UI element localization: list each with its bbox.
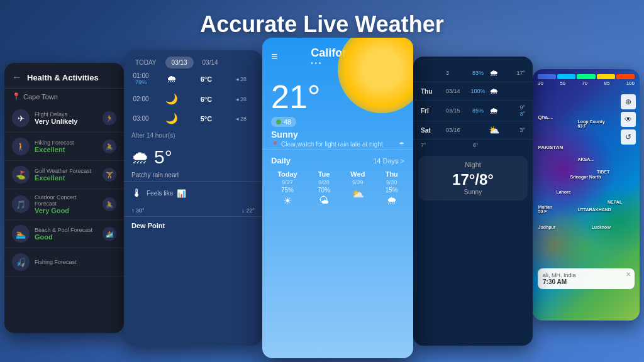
map-label-jodhpur: Jodhpur [538, 225, 556, 229]
feels-row: 🌡 Feels like 📊 [124, 181, 262, 205]
weekly-row-2: Thu 03/14 100% 🌧 [413, 82, 533, 101]
map-popup-time: 7:30 AM [543, 278, 630, 285]
weekly-row-3: Fri 03/15 85% 🌧 9°3° [413, 101, 533, 121]
activity-value-4: Good [35, 233, 97, 241]
hourly-time-1: 02:00 [129, 96, 153, 102]
map-popup-city: ali, MH, India [543, 272, 630, 278]
daily-col-wed: Wed9/29 ⛅ [350, 170, 365, 209]
hourly-icon-2: 🌙 [155, 112, 187, 124]
map-popup-close-btn[interactable]: ✕ [626, 271, 631, 278]
health-location: 📍 Cape Town [4, 89, 124, 104]
activity-label-5: Fishing Forecast [35, 259, 116, 265]
hourly-row-2: 03:00 🌙 5°C ◂ 28 [124, 109, 262, 128]
feels-temps: ↑ 30°↓ 22° [124, 205, 262, 216]
activity-list: ✈ Flight Delays Very Unlikely 🏃 🚶 Hiking… [4, 104, 124, 277]
weekly-header [413, 57, 533, 64]
map-legend [538, 74, 635, 79]
activity-side-icon-0: 🏃 [103, 111, 116, 125]
daily-label: Daily [271, 156, 291, 165]
map-label-aksa: AKSA... [577, 157, 594, 162]
activity-value-0: Very Unlikely [35, 118, 97, 125]
daily-header: Daily 14 Days > [262, 149, 413, 168]
activity-item-4: 🏊 Beach & Pool Forecast Good 🏄 [4, 220, 124, 248]
health-card-title: Health & Activities [27, 73, 99, 82]
activity-icon-4: 🏊 [12, 225, 30, 243]
activity-side-icon-4: 🏄 [103, 227, 116, 241]
map-label-loop: Loop County63 F [577, 119, 604, 128]
map-legend-labels: 30507085100 [538, 80, 635, 86]
hourly-tabs: TODAY 03/13 03/14 [124, 50, 262, 69]
map-refresh-btn[interactable]: ↺ [621, 129, 636, 145]
weekly-extra-temps: 7°6° [413, 140, 533, 151]
hourly-wind-2: ◂ 28 [225, 116, 257, 122]
cal-menu-icon[interactable]: ≡ [271, 50, 278, 63]
hourly-wind-0: ◂ 28 [225, 76, 257, 82]
cal-sub-condition: 📍 Clear,watch for light rain late at nig… [262, 140, 413, 149]
activity-icon-2: ⛳ [12, 166, 30, 184]
map-label-pakistan: PAKISTAN [538, 145, 564, 150]
location-pin-icon: 📍 [12, 92, 21, 101]
map-label-srinagar: Srinagar North [570, 175, 601, 179]
night-section: Night 17°/8° Sunny [418, 156, 528, 200]
map-zoom-in-btn[interactable]: ⊕ [621, 94, 636, 109]
hourly-pct-0: 79% [129, 79, 153, 85]
tab-0314[interactable]: 03/14 [196, 57, 225, 69]
activity-item-2: ⛳ Golf Weather Forecast Excellent 🏋 [4, 161, 124, 189]
map-layers-btn[interactable]: 👁 [621, 112, 636, 127]
hourly-temp-1: 6°C [190, 96, 222, 103]
activity-icon-1: 🚶 [12, 138, 30, 155]
hourly-time-0: 01:00 79% [129, 72, 153, 85]
map-label-qha: Qha... [538, 114, 552, 120]
activity-side-icon-1: 🚴 [103, 140, 116, 153]
hourly-row-0: 01:00 79% 🌧 6°C ◂ 28 [124, 69, 262, 89]
health-card: ← Health & Activities 📍 Cape Town ✈ Flig… [4, 63, 124, 333]
aqi-badge: 48 [271, 117, 296, 127]
activity-text-1: Hiking Forecast Excellent [35, 140, 97, 153]
hourly-big-temp: 5° [154, 146, 172, 168]
daily-row: Today9/27 75%☀ Tue9/28 70%🌤 Wed9/29 ⛅ Th… [262, 168, 413, 212]
tab-today[interactable]: TODAY [129, 57, 163, 69]
daily-col-thu: Thu9/30 15%🌧 [386, 170, 398, 209]
activity-text-3: Outdoor Concert Forecast Very Good [35, 194, 97, 214]
activity-text-5: Fishing Forecast [35, 259, 116, 265]
activity-label-0: Flight Delays [35, 111, 97, 118]
night-title: Night [425, 161, 521, 168]
activity-icon-3: 🎵 [12, 195, 30, 213]
location-icon: 📍 [271, 141, 279, 148]
cal-condition: Sunny [262, 129, 413, 140]
days-link[interactable]: 14 Days > [373, 157, 404, 165]
feels-like-label: Feels like [147, 190, 173, 197]
activity-icon-0: ✈ [12, 109, 30, 127]
night-temp: 17°/8° [425, 171, 521, 189]
activity-side-icon-3: 🚴 [103, 197, 116, 211]
activity-value-1: Excellent [35, 146, 97, 153]
daily-col-today: Today9/27 75%☀ [277, 170, 297, 209]
bar-chart-icon: 📊 [177, 189, 186, 198]
patchy-label: Patchy rain nearl [124, 172, 262, 181]
tab-0313[interactable]: 03/13 [165, 57, 194, 69]
activity-label-1: Hiking Forecast [35, 140, 97, 146]
hourly-time-2: 03:00 [129, 115, 153, 122]
map-label-lahore: Lahore [556, 190, 570, 194]
hourly-rows: 01:00 79% 🌧 6°C ◂ 28 02:00 🌙 6°C ◂ 28 03… [124, 69, 262, 128]
activity-text-0: Flight Delays Very Unlikely [35, 111, 97, 125]
map-popup: ✕ ali, MH, India 7:30 AM [538, 268, 635, 289]
hourly-card: TODAY 03/13 03/14 01:00 79% 🌧 6°C ◂ 28 0… [124, 50, 262, 346]
activity-value-3: Very Good [35, 207, 97, 214]
back-arrow-icon[interactable]: ← [12, 72, 22, 83]
weekly-card: 3 83% 🌧 17° Thu 03/14 100% 🌧 Fri 03/15 8… [413, 57, 533, 346]
activity-value-2: Excellent [35, 174, 97, 182]
activity-icon-5: 🎣 [12, 253, 30, 271]
hourly-icon-1: 🌙 [155, 93, 187, 105]
thermometer-icon: 🌡 [131, 187, 143, 200]
aqi-value: 48 [284, 118, 291, 126]
activity-label-3: Outdoor Concert Forecast [35, 194, 97, 207]
map-background: 30507085100 Qha... Loop County63 F PAKIS… [533, 69, 640, 321]
activity-text-4: Beach & Pool Forecast Good [35, 227, 97, 241]
cloud-rain-icon: 🌧 [131, 147, 149, 168]
map-card: 30507085100 Qha... Loop County63 F PAKIS… [533, 69, 640, 321]
activity-item-5: 🎣 Fishing Forecast [4, 248, 124, 277]
activity-label-2: Golf Weather Forecast [35, 168, 97, 174]
activity-item-0: ✈ Flight Delays Very Unlikely 🏃 [4, 104, 124, 133]
hourly-temp-0: 6°C [190, 75, 222, 83]
